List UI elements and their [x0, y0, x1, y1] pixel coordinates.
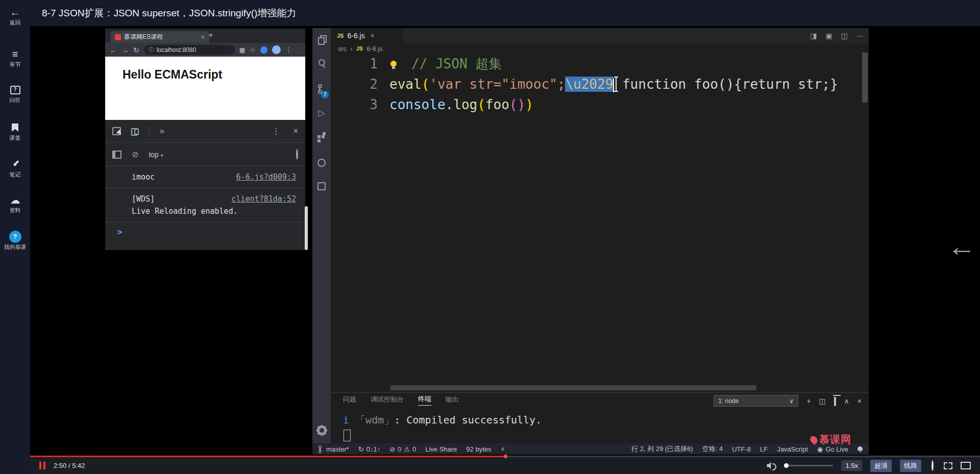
sync-status[interactable]: ↻ 0↓1↑ — [358, 445, 380, 453]
tab-debug-console[interactable]: 调试控制台 — [371, 395, 404, 406]
lightbulb-icon[interactable] — [389, 61, 398, 69]
browser-tab[interactable]: 慕课网ES课程 × — [110, 31, 209, 43]
breadcrumb-folder[interactable]: src — [338, 45, 347, 53]
horizontal-scrollbar[interactable] — [390, 385, 756, 390]
profile-avatar[interactable] — [272, 45, 281, 54]
context-selector[interactable]: top ▾ — [149, 151, 163, 159]
sidebar-item-qa[interactable]: ? 问答 — [0, 84, 30, 104]
tab-output[interactable]: 输出 — [446, 395, 459, 406]
source-control-icon[interactable]: 7 — [312, 84, 331, 94]
volume-knob[interactable] — [784, 463, 789, 468]
terminal-selector[interactable]: 1: node ∨ — [714, 395, 798, 407]
editor-tab[interactable]: JS 6-6.js × — [331, 28, 403, 43]
tab-close-icon[interactable]: × — [201, 33, 205, 41]
bolt-icon[interactable]: ⚡ — [501, 445, 505, 453]
editor-tabbar: JS 6-6.js × ◨ ▣ ◫ ⋯ — [331, 28, 869, 43]
extension-badge-icon[interactable] — [260, 46, 267, 54]
vertical-scrollbar[interactable] — [862, 53, 868, 103]
player-settings-icon[interactable] — [932, 461, 934, 470]
devtools-close-icon[interactable]: × — [293, 127, 298, 136]
line-button[interactable]: 线路 — [900, 460, 921, 472]
split-terminal-icon[interactable]: ◫ — [819, 397, 825, 405]
browser-back-icon[interactable]: ← — [110, 46, 117, 54]
js-file-icon: JS — [356, 45, 363, 52]
address-bar[interactable]: ⓘ localhost:8080 — [144, 45, 235, 55]
cursor-position-status[interactable]: 行 2, 列 29 (已选择6) — [631, 444, 693, 454]
imooc-logo-icon — [808, 434, 819, 445]
code-line[interactable]: 2eval('var str="imooc";\u2029 function f… — [331, 74, 869, 94]
page-scrollbar-thumb[interactable] — [305, 206, 308, 250]
sidebar-item-materials[interactable]: ☁ 资料 — [0, 194, 30, 214]
explorer-icon[interactable] — [312, 35, 331, 43]
live-share-status[interactable]: Live Share — [425, 445, 457, 453]
more-actions-icon[interactable]: ⋯ — [856, 32, 864, 40]
run-file-icon[interactable]: ▣ — [826, 32, 832, 40]
volume-slider[interactable] — [786, 465, 833, 466]
code-line[interactable]: 1// JSON 超集 — [331, 54, 869, 74]
problems-status[interactable]: ⊘ 0 ⚠ 0 — [389, 445, 416, 453]
settings-gear-icon[interactable] — [312, 427, 331, 434]
tab-problems[interactable]: 问题 — [343, 395, 356, 406]
sidebar-item-chapters[interactable]: ≡ 章节 — [0, 48, 30, 68]
tab-terminal[interactable]: 终端 — [418, 394, 431, 406]
fullscreen-icon[interactable] — [944, 462, 952, 469]
search-icon[interactable] — [312, 59, 331, 67]
code-line[interactable]: 3console.log(foo()) — [331, 94, 869, 115]
close-panel-icon[interactable]: × — [857, 397, 862, 405]
browser-menu-icon[interactable]: ⋮ — [285, 46, 292, 54]
reload-icon[interactable]: ↻ — [133, 46, 139, 54]
browser-window: 慕课网ES课程 × + ← → ↻ ⓘ localhost:8080 ▦ ☆ ⋮… — [105, 29, 305, 250]
encoding-status[interactable]: UTF-8 — [732, 445, 751, 453]
sidebar-item-back[interactable]: ← 返回 — [0, 6, 30, 26]
web-fullscreen-icon[interactable] — [961, 462, 971, 469]
new-terminal-icon[interactable]: + — [806, 397, 811, 405]
terminal-cursor — [344, 430, 351, 441]
more-tabs-icon[interactable]: » — [160, 127, 164, 136]
browser-forward-icon[interactable]: → — [121, 46, 129, 54]
new-tab-button[interactable]: + — [208, 30, 213, 40]
file-size-status[interactable]: 92 bytes — [466, 445, 491, 453]
maximize-panel-icon[interactable]: ∧ — [844, 397, 849, 405]
pause-button[interactable] — [39, 462, 45, 469]
open-changes-icon[interactable]: ◨ — [810, 32, 817, 40]
device-toolbar-icon[interactable] — [131, 128, 139, 135]
extension-icon[interactable]: ▦ — [239, 46, 245, 54]
console-settings-icon[interactable] — [296, 150, 298, 159]
extensions-icon[interactable] — [312, 133, 331, 142]
clear-console-icon[interactable]: ⊘ — [132, 149, 138, 159]
sync-icon: ↻ — [358, 445, 364, 453]
browser-tabbar: 慕课网ES课程 × + — [105, 29, 305, 43]
devtools-menu-icon[interactable]: ⋮ — [272, 127, 280, 136]
run-debug-icon[interactable]: ▷ — [312, 109, 331, 117]
language-status[interactable]: JavaScript — [777, 445, 808, 453]
source-link[interactable]: client?81da:52 — [232, 193, 296, 205]
sidebar-item-my-course[interactable]: ? 我的慕课 — [0, 231, 30, 251]
tab-close-icon[interactable]: × — [371, 32, 375, 40]
eol-status[interactable]: LF — [760, 445, 768, 453]
bookmark-star-icon[interactable]: ☆ — [250, 46, 256, 54]
seek-back-arrow-icon[interactable]: ← — [947, 232, 976, 261]
kill-terminal-icon[interactable] — [834, 397, 836, 405]
breadcrumb-file[interactable]: 6-6.js — [366, 45, 383, 53]
live-share-icon[interactable] — [312, 159, 331, 167]
remote-explorer-icon[interactable] — [312, 182, 331, 190]
speed-button[interactable]: 1.5x — [841, 460, 862, 471]
notifications-bell-icon[interactable] — [857, 446, 863, 452]
indent-status[interactable]: 空格: 4 — [702, 444, 723, 454]
bottom-panel: 问题 调试控制台 终端 输出 1: node ∨ + ◫ ∧ × i 「wdm」… — [331, 392, 869, 444]
git-branch-status[interactable]: master* — [318, 445, 349, 453]
quality-button[interactable]: 超清 — [870, 460, 892, 472]
volume-icon[interactable] — [767, 462, 778, 470]
sidebar-item-notes[interactable]: 笔记 — [0, 158, 30, 178]
sidebar-item-bookmark[interactable]: 课签 — [0, 121, 30, 141]
watermark-text: 慕课网 — [819, 433, 851, 446]
console-sidebar-icon[interactable] — [112, 151, 121, 159]
console-prompt[interactable]: > — [105, 222, 305, 241]
source-link[interactable]: 6-6.js?d009:3 — [236, 171, 296, 183]
code-editor[interactable]: 1// JSON 超集2eval('var str="imooc";\u2029… — [331, 54, 869, 392]
split-editor-icon[interactable]: ◫ — [841, 32, 848, 40]
sidebar-label: 资料 — [0, 207, 30, 214]
inspect-element-icon[interactable] — [112, 127, 121, 135]
terminal-output[interactable]: i 「wdm」: Compiled successfully. — [343, 413, 542, 427]
site-info-icon[interactable]: ⓘ — [149, 46, 154, 54]
